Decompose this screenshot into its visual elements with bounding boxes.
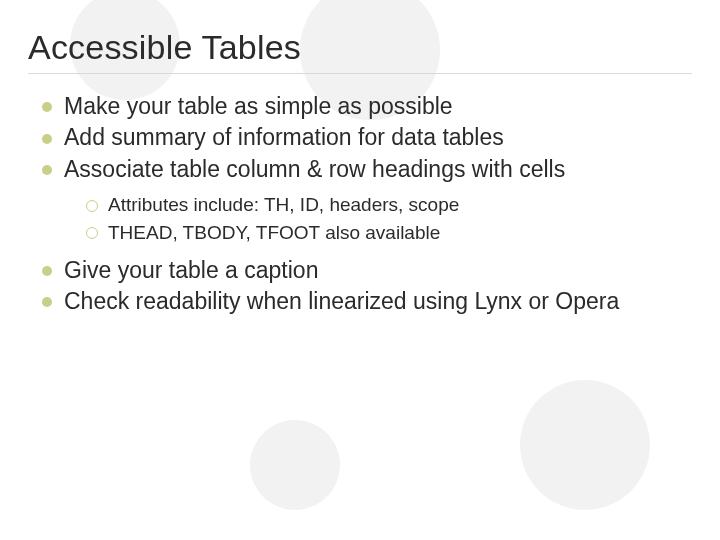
list-item: Make your table as simple as possible (38, 92, 692, 121)
list-item: Add summary of information for data tabl… (38, 123, 692, 152)
bg-circle (520, 380, 650, 510)
sub-list-item: Attributes include: TH, ID, headers, sco… (86, 192, 692, 218)
list-item: Check readability when linearized using … (38, 287, 692, 316)
list-item: Give your table a caption (38, 256, 692, 285)
bullet-list: Make your table as simple as possible Ad… (28, 92, 692, 316)
list-item: Associate table column & row headings wi… (38, 155, 692, 184)
sub-bullet-list: Attributes include: TH, ID, headers, sco… (38, 186, 692, 255)
bg-circle (250, 420, 340, 510)
slide-title: Accessible Tables (28, 28, 692, 67)
sub-list-item: THEAD, TBODY, TFOOT also available (86, 220, 692, 246)
slide: Accessible Tables Make your table as sim… (0, 0, 720, 316)
divider (28, 73, 692, 74)
